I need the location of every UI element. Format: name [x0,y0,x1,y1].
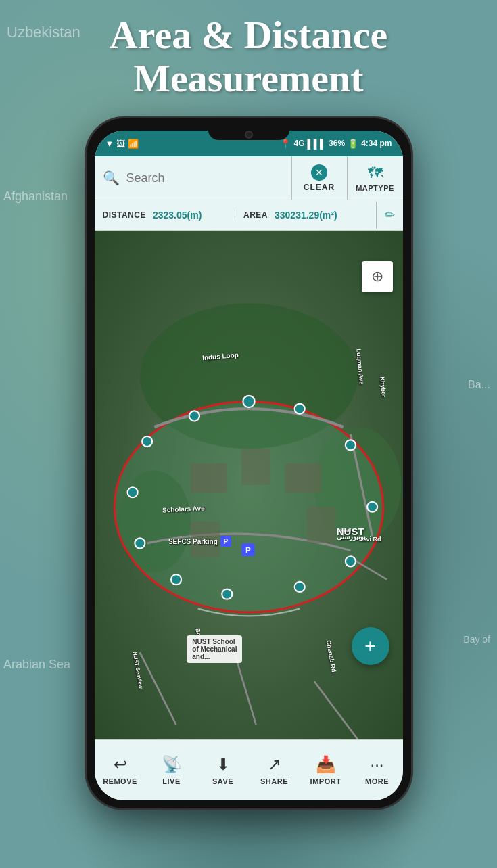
more-label: MORE [365,777,389,785]
area-section: AREA 330231.29(m²) [235,210,376,221]
search-icon: 🔍 [103,170,120,186]
search-bar: 🔍 ✕ CLEAR 🗺 MAPTYPE [95,156,403,200]
svg-point-14 [127,487,137,497]
location-button[interactable]: ⊕ [362,261,393,292]
svg-point-8 [367,502,377,512]
bg-label-afghanistan: Afghanistan [3,189,68,204]
svg-point-16 [189,411,199,421]
image-icon: 🖼 [116,139,125,149]
import-icon: 📥 [316,755,336,774]
battery-icon: 🔋 [348,139,358,149]
phone-frame: ▼ 🖼 📶 📍 4G ▌▌▌ 36% 🔋 4:34 pm 🔍 ✕ CLEAR [87,118,411,808]
parking-icon: P [220,536,231,547]
toolbar-item-share[interactable]: ↗ SHARE [249,755,300,785]
measurement-bar: DISTANCE 2323.05(m) AREA 330231.29(m²) ✏ [95,200,403,231]
status-left: ▼ 🖼 📶 [105,139,139,149]
svg-point-9 [345,556,355,566]
maptype-label: MAPTYPE [356,184,394,192]
search-input-area[interactable]: 🔍 [95,156,292,200]
more-icon: ··· [370,755,383,774]
share-label: SHARE [260,777,288,785]
clear-button[interactable]: ✕ CLEAR [292,156,348,200]
clear-x-icon: ✕ [311,164,327,181]
save-label: SAVE [212,777,233,785]
add-icon: + [364,635,375,657]
remove-label: REMOVE [103,777,137,785]
import-label: IMPORT [310,777,341,785]
edit-button[interactable]: ✏ [376,202,403,229]
bg-label-arabian-sea: Arabian Sea [3,658,70,672]
parking-area: SEFCS Parking P [168,536,231,547]
svg-rect-19 [285,463,321,493]
svg-point-15 [142,436,152,447]
nust-label: NUST [337,526,364,537]
clear-label: CLEAR [304,183,335,192]
share-icon: ↗ [268,755,281,774]
battery-percent: 36% [329,139,345,148]
network-type: 4G [293,139,304,148]
bottom-toolbar: ↩ REMOVE 📡 LIVE ⬇ SAVE ↗ SHARE 📥 IMPORT … [95,739,403,800]
toolbar-item-live[interactable]: 📡 LIVE [146,755,197,785]
svg-point-6 [294,404,304,414]
location-status-icon: 📍 [280,139,291,149]
signal-bars-icon: ▌▌▌ [307,139,326,149]
location-crosshair-icon: ⊕ [371,268,383,285]
distance-label: DISTANCE [103,210,146,220]
status-right: 📍 4G ▌▌▌ 36% 🔋 4:34 pm [280,139,392,149]
map-area[interactable]: P Indus Loop Scholars Ave Luqman Ave Khy… [95,231,403,739]
wifi-icon: 📶 [128,139,139,149]
area-label: AREA [243,210,268,220]
nust-school-label: NUST Schoolof Mechanicaland... [187,635,242,663]
title-text: Area & Distance Measurement [0,14,497,100]
bg-label-bay2: Bay of [463,634,490,645]
fab-add-button[interactable]: + [352,627,389,665]
live-icon: 📡 [162,755,182,774]
svg-text:P: P [245,545,250,555]
toolbar-item-save[interactable]: ⬇ SAVE [197,755,249,785]
remove-icon: ↩ [114,755,127,774]
save-icon: ⬇ [216,755,230,774]
svg-point-10 [294,582,304,592]
svg-rect-18 [241,449,270,485]
maptype-icon: 🗺 [368,164,383,182]
map-svg: P [95,231,403,739]
phone-screen: ▼ 🖼 📶 📍 4G ▌▌▌ 36% 🔋 4:34 pm 🔍 ✕ CLEAR [95,131,403,800]
toolbar-item-remove[interactable]: ↩ REMOVE [95,755,146,785]
svg-rect-20 [306,507,335,543]
distance-value: 2323.05(m) [153,210,202,221]
svg-point-5 [243,396,254,407]
maptype-button[interactable]: 🗺 MAPTYPE [348,156,403,200]
live-label: LIVE [162,777,180,785]
toolbar-item-import[interactable]: 📥 IMPORT [300,755,352,785]
svg-point-7 [345,440,355,450]
svg-rect-17 [191,463,227,493]
filter-icon: ▼ [105,139,114,149]
svg-point-11 [222,589,232,599]
edit-icon: ✏ [385,208,395,223]
parking-label: SEFCS Parking [168,538,218,545]
bg-label-bay: Ba... [468,379,490,391]
phone-camera [245,131,253,139]
title-area: Area & Distance Measurement [0,14,497,100]
search-input[interactable] [126,171,283,185]
svg-point-13 [135,538,145,548]
toolbar-item-more[interactable]: ··· MORE [352,755,403,785]
clock: 4:34 pm [361,139,392,148]
area-value: 330231.29(m²) [275,210,337,221]
svg-point-12 [171,574,181,585]
nust-area: NUST نست یونیورسٹی [337,526,366,541]
distance-section: DISTANCE 2323.05(m) [95,210,236,221]
svg-point-3 [114,401,383,612]
